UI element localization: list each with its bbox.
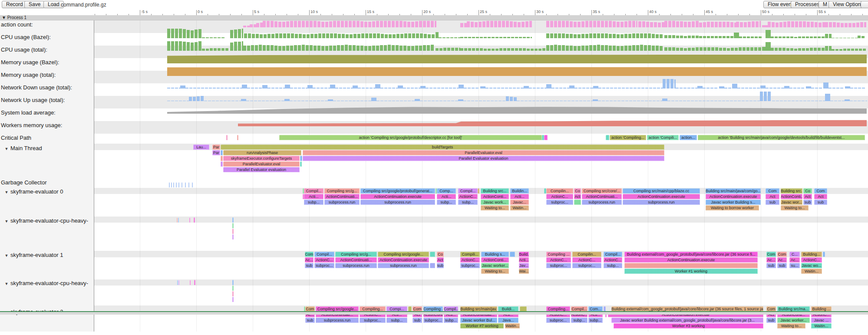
trace-event-block[interactable]: [300, 161, 302, 167]
trace-event-block[interactable]: [300, 156, 302, 161]
trace-event-block[interactable]: Javac...: [510, 200, 529, 205]
counter-chart-memory-usage-bazel[interactable]: [0, 54, 868, 63]
trace-event-block[interactable]: [177, 280, 178, 285]
counter-chart-memory-usage-total[interactable]: [0, 66, 868, 76]
trace-event-block[interactable]: Com: [305, 252, 314, 257]
trace-event-block[interactable]: Waitin...: [811, 323, 832, 328]
disclosure-triangle-icon[interactable]: ▼: [3, 282, 10, 286]
trace-event-block[interactable]: subproc...: [314, 263, 334, 268]
trace-event-block[interactable]: [226, 135, 228, 140]
trace-event-block[interactable]: Parallel Evaluator evaluation: [303, 156, 664, 161]
trace-event-block[interactable]: Compiling src/google/protobuf/generat...: [360, 188, 435, 194]
trace-event-block[interactable]: Buildin...: [510, 188, 529, 194]
trace-event-block[interactable]: sub: [766, 318, 776, 323]
trace-event-block[interactable]: sub: [766, 263, 776, 268]
trace-event-block[interactable]: ActionC...: [314, 257, 334, 263]
trace-event-block[interactable]: Ac...: [305, 257, 314, 263]
trace-event-block[interactable]: [510, 252, 515, 257]
trace-event-block[interactable]: ActionContinuati...: [324, 194, 360, 199]
trace-event-block[interactable]: Ac...: [766, 257, 776, 263]
trace-event-block[interactable]: Compiling src/core/...: [582, 188, 622, 194]
trace-event-block[interactable]: Com: [777, 252, 787, 257]
trace-event-block[interactable]: subproc...: [572, 263, 601, 268]
counter-chart-network-up[interactable]: [0, 92, 868, 101]
timeline-tracks[interactable]: action 'Compiling src/google/protobuf/de…: [0, 20, 868, 335]
counter-chart-cpu-usage-total[interactable]: [0, 41, 868, 51]
trace-event-block[interactable]: [232, 280, 234, 285]
trace-event-block[interactable]: subproc...: [360, 318, 386, 323]
trace-event-block[interactable]: ActionC...: [801, 257, 822, 263]
trace-event-block[interactable]: action...: [680, 135, 697, 140]
trace-event-block[interactable]: skyframeExecutor.configureTargets: [223, 156, 300, 161]
trace-event-block[interactable]: Acti...: [437, 194, 456, 199]
trace-event-block[interactable]: Compiling src/g...: [324, 188, 360, 194]
trace-event-block[interactable]: [478, 188, 479, 194]
trace-event-block[interactable]: sub: [777, 263, 787, 268]
disclosure-triangle-icon[interactable]: ▼: [3, 190, 10, 194]
trace-event-block[interactable]: subproc...: [460, 263, 480, 268]
trace-event-block[interactable]: [232, 223, 234, 228]
trace-event-block[interactable]: [177, 217, 178, 223]
trace-event-block[interactable]: action 'Building src/main/java/com/googl…: [698, 135, 865, 140]
trace-event-block[interactable]: subp...: [604, 263, 622, 268]
trace-event-block[interactable]: Javac worker...: [777, 318, 810, 323]
counter-chart-system-load-average[interactable]: [0, 104, 868, 114]
trace-event-block[interactable]: [606, 135, 609, 140]
trace-event-block[interactable]: Com: [766, 188, 779, 194]
trace-event-block[interactable]: Building src...: [781, 188, 802, 194]
trace-event-block[interactable]: ActionC...: [604, 257, 622, 263]
trace-event-block[interactable]: sub: [803, 200, 812, 205]
trace-event-block[interactable]: action 'Compili...: [647, 135, 679, 140]
trace-event-block[interactable]: Waiting to borrow worker: [706, 205, 759, 210]
trace-event-block[interactable]: Ac...: [777, 257, 787, 263]
process-header[interactable]: ▼ Process 1: [0, 15, 868, 20]
trace-event-block[interactable]: sub: [413, 318, 422, 323]
trace-event-block[interactable]: Worker #7 working: [460, 323, 504, 328]
trace-event-block[interactable]: Building src/main/java/com/go...: [706, 188, 761, 194]
trace-event-block[interactable]: subprocess.run: [582, 200, 622, 205]
trace-event-block[interactable]: ActionC...: [460, 257, 480, 263]
counter-chart-network-down[interactable]: [0, 79, 868, 89]
disclosure-triangle-icon[interactable]: ▼: [3, 253, 10, 258]
trace-event-block[interactable]: Act: [814, 194, 827, 199]
trace-event-block[interactable]: [232, 217, 234, 223]
trace-event-block[interactable]: subp...: [444, 318, 458, 323]
trace-event-block[interactable]: Com: [766, 252, 776, 257]
trace-event-block[interactable]: ParallelEvaluator.eval: [223, 161, 300, 167]
disclosure-triangle-icon[interactable]: ▼: [3, 147, 10, 151]
trace-event-block[interactable]: Par: [212, 145, 220, 150]
trace-event-block[interactable]: Waiting to...: [481, 269, 509, 274]
trace-event-block[interactable]: Compil...: [458, 188, 478, 194]
trace-event-block[interactable]: Acti...: [304, 194, 323, 199]
timeline-ruler[interactable]: -5 s0 s5 s10 s15 s20 s25 s30 s35 s40 s45…: [0, 10, 868, 16]
trace-event-block[interactable]: [221, 161, 223, 167]
record-button[interactable]: Record: [2, 1, 27, 8]
trace-event-block[interactable]: [173, 182, 174, 187]
disclosure-triangle-icon[interactable]: ▼: [3, 219, 10, 223]
trace-event-block[interactable]: Javac worker Building s...: [706, 200, 761, 205]
trace-event-block[interactable]: [194, 217, 195, 223]
trace-event-block[interactable]: sub: [814, 200, 827, 205]
trace-event-block[interactable]: [430, 263, 435, 268]
trace-event-block[interactable]: su...: [789, 263, 800, 268]
trace-event-block[interactable]: Waiting to...: [481, 205, 509, 210]
trace-event-block[interactable]: Worker #3 working: [614, 323, 763, 328]
trace-event-block[interactable]: subp...: [458, 200, 478, 205]
trace-event-block[interactable]: [232, 297, 234, 302]
trace-event-block[interactable]: [237, 135, 238, 140]
trace-event-block[interactable]: ActionConti...: [481, 257, 509, 263]
trace-event-block[interactable]: runAnalysisPhase: [223, 150, 301, 155]
trace-event-block[interactable]: ActionContinuati...: [335, 257, 377, 263]
trace-event-block[interactable]: Acti...: [519, 257, 529, 263]
trace-event-block[interactable]: subproc...: [423, 318, 443, 323]
trace-event-block[interactable]: [178, 217, 179, 223]
trace-event-block[interactable]: Co: [574, 188, 581, 194]
trace-event-block[interactable]: Waitin...: [801, 269, 822, 274]
trace-event-block[interactable]: [232, 286, 234, 291]
trace-event-block[interactable]: subprocess.run: [360, 200, 435, 205]
trace-event-block[interactable]: [232, 229, 234, 234]
trace-event-block[interactable]: [430, 252, 435, 257]
trace-event-block[interactable]: subproc...: [546, 200, 573, 205]
trace-event-block[interactable]: Parallel Evaluator evaluation: [223, 167, 300, 172]
trace-event-block[interactable]: [178, 182, 179, 187]
